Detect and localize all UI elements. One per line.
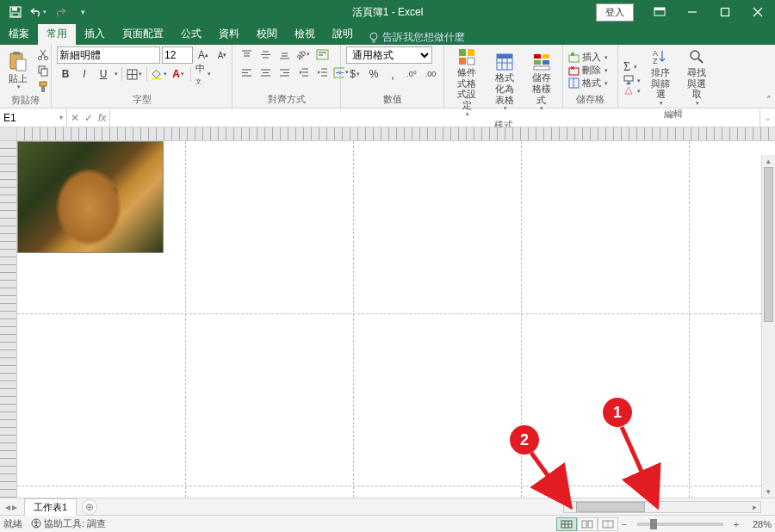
comma-format-button[interactable]: , <box>384 66 401 82</box>
fill-button[interactable]: ▾ <box>623 75 641 85</box>
tab-view[interactable]: 檢視 <box>286 23 324 45</box>
align-top-button[interactable] <box>238 46 255 62</box>
tab-insert[interactable]: 插入 <box>76 23 114 45</box>
redo-icon[interactable] <box>50 3 71 22</box>
collapse-ribbon-button[interactable]: ˄ <box>766 95 772 106</box>
wrap-text-button[interactable] <box>313 46 331 62</box>
align-center-button[interactable] <box>257 65 274 80</box>
increase-decimal-button[interactable]: .0⁰ <box>403 66 420 82</box>
font-color-button[interactable]: A▾ <box>170 66 187 82</box>
bold-button[interactable]: B <box>57 66 74 82</box>
align-left-button[interactable] <box>238 65 255 80</box>
svg-rect-64 <box>534 54 541 59</box>
insert-function-button[interactable]: fx <box>98 112 106 124</box>
cut-icon <box>37 48 49 60</box>
align-right-button[interactable] <box>276 65 293 80</box>
delete-cells-button[interactable]: 刪除 ▾ <box>568 64 608 77</box>
format-cells-icon <box>568 77 580 89</box>
number-format-select[interactable]: 通用格式 <box>346 46 432 64</box>
svg-rect-21 <box>40 82 46 86</box>
inserted-image[interactable] <box>17 141 164 253</box>
increase-indent-button[interactable] <box>313 65 331 80</box>
find-select-button[interactable]: 尋找與選取▾ <box>680 46 713 108</box>
paste-button[interactable]: 貼上▾ <box>5 49 31 93</box>
increase-font-button[interactable]: A▴ <box>195 47 212 63</box>
zoom-out-button[interactable]: − <box>618 519 630 529</box>
lightbulb-icon <box>369 32 379 44</box>
cell-styles-button[interactable]: 儲存格樣式▾ <box>525 52 557 114</box>
decrease-font-button[interactable]: A▾ <box>214 47 231 63</box>
undo-icon[interactable]: ▾ <box>28 3 48 22</box>
italic-button[interactable]: I <box>76 66 93 82</box>
zoom-in-button[interactable]: + <box>730 519 742 529</box>
zoom-percent[interactable]: 28% <box>742 519 772 529</box>
cut-button[interactable] <box>34 46 52 62</box>
svg-rect-6 <box>722 9 729 16</box>
zoom-slider[interactable] <box>637 523 723 526</box>
clear-button[interactable]: ▾ <box>623 85 641 96</box>
tab-home[interactable]: 常用 <box>38 23 76 45</box>
autosum-button[interactable]: Σ ▾ <box>623 59 641 76</box>
underline-button[interactable]: U <box>95 66 112 82</box>
group-clipboard-label: 剪貼簿 <box>5 95 46 107</box>
font-size-select[interactable] <box>162 46 193 64</box>
maximize-button[interactable] <box>710 2 741 22</box>
tab-pagelayout[interactable]: 頁面配置 <box>114 23 172 45</box>
conditional-formatting-button[interactable]: 條件式格式設定▾ <box>450 46 484 120</box>
format-table-icon <box>496 53 513 71</box>
svg-point-18 <box>45 57 48 60</box>
format-cells-button[interactable]: 格式 ▾ <box>568 77 608 90</box>
borders-button[interactable]: ▾ <box>126 66 143 82</box>
vertical-scrollbar[interactable]: ▴ ▾ <box>761 155 775 498</box>
sheet-tab-1[interactable]: 工作表1 <box>24 498 77 516</box>
minimize-button[interactable] <box>677 2 708 22</box>
svg-rect-56 <box>468 49 474 56</box>
enter-formula-button[interactable]: ✓ <box>84 112 93 124</box>
phonetic-button[interactable]: 中文▾ <box>195 66 212 82</box>
group-editing-label: 編輯 <box>623 108 723 121</box>
insert-cells-icon <box>568 52 580 63</box>
align-bottom-button[interactable] <box>276 46 293 62</box>
insert-cells-button[interactable]: 插入 ▾ <box>568 51 608 64</box>
format-painter-button[interactable] <box>34 79 52 95</box>
format-as-table-button[interactable]: 格式化為表格▾ <box>487 52 522 114</box>
tab-file[interactable]: 檔案 <box>0 23 38 45</box>
tab-help[interactable]: 說明 <box>324 23 362 45</box>
name-box[interactable]: E1▾ <box>0 108 67 127</box>
copy-button[interactable] <box>34 63 52 78</box>
status-accessibility[interactable]: 協助工具: 調查 <box>31 517 106 530</box>
ribbon-display-options-icon[interactable] <box>644 2 675 22</box>
cancel-formula-button[interactable]: ✕ <box>71 112 79 124</box>
fill-color-icon <box>152 68 163 80</box>
svg-rect-2 <box>12 13 19 16</box>
view-pagebreak-button[interactable] <box>598 517 618 531</box>
view-normal-button[interactable] <box>556 517 577 531</box>
tab-data[interactable]: 資料 <box>210 23 248 45</box>
qat-customize-icon[interactable]: ▾ <box>72 3 93 22</box>
conditional-formatting-icon <box>458 48 475 65</box>
close-button[interactable] <box>742 2 773 22</box>
tell-me-search[interactable]: 告訴我您想做什麼 <box>362 30 472 45</box>
add-sheet-button[interactable]: ⊕ <box>82 499 97 515</box>
align-middle-button[interactable] <box>257 46 274 62</box>
decrease-indent-button[interactable] <box>294 65 312 80</box>
sort-filter-button[interactable]: AZ 排序與篩選▾ <box>644 46 677 108</box>
svg-rect-4 <box>654 8 665 10</box>
svg-rect-57 <box>459 58 466 65</box>
tab-formulas[interactable]: 公式 <box>172 23 210 45</box>
percent-format-button[interactable]: % <box>365 66 382 82</box>
view-pagelayout-button[interactable] <box>577 517 598 531</box>
font-name-select[interactable] <box>57 46 160 64</box>
expand-formulabar-button[interactable]: ⌄ <box>760 108 775 127</box>
accounting-format-button[interactable]: $▾ <box>346 66 363 82</box>
format-painter-icon <box>37 81 49 93</box>
sheet-nav[interactable]: ◂▸ <box>0 501 22 513</box>
save-icon[interactable] <box>5 3 26 22</box>
decrease-decimal-button[interactable]: .00 <box>422 66 439 82</box>
horizontal-scrollbar[interactable]: ◂ ▸ <box>563 501 761 513</box>
orientation-button[interactable]: ab▾ <box>294 46 312 62</box>
tab-review[interactable]: 校閱 <box>248 23 286 45</box>
fill-color-button[interactable]: ▾ <box>151 66 168 82</box>
worksheet-grid[interactable] <box>17 141 775 498</box>
signin-button[interactable]: 登入 <box>596 3 634 22</box>
